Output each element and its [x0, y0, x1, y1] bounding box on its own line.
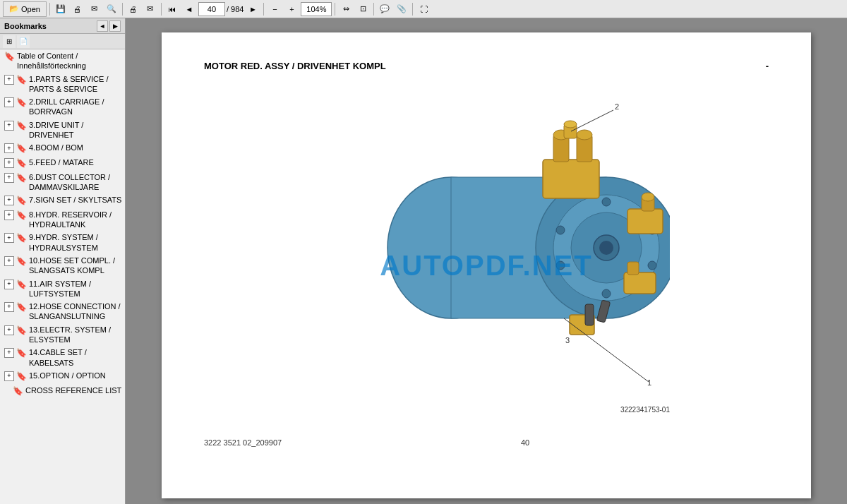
page-area[interactable]: MOTOR RED. ASSY / DRIVENHET KOMPL - AUTO…: [126, 18, 847, 504]
sidebar-title: Bookmarks: [4, 22, 47, 30]
save-button[interactable]: 💾: [53, 1, 68, 17]
email2-button[interactable]: ✉: [143, 1, 158, 17]
svg-point-9: [556, 261, 565, 270]
page-input[interactable]: [198, 2, 225, 16]
zoom-in-button[interactable]: +: [284, 1, 299, 17]
part-ref-label: 3222341753-01: [620, 406, 670, 414]
motor-svg: 1 2 3: [303, 92, 670, 389]
sidebar-options-button[interactable]: ▶: [109, 20, 121, 32]
bookmark-icon-drill: 🔖: [16, 97, 27, 109]
sidebar-label-hose-conn: 12.HOSE CONNECTION / SLANGANSLUTNING: [29, 301, 122, 322]
svg-line-28: [564, 318, 649, 382]
sidebar-item-hose-set[interactable]: + 🔖 10.HOSE SET COMPL. / SLANGSATS KOMPL: [0, 254, 125, 277]
sidebar-label-hydr-sys: 9.HYDR. SYSTEM / HYDRAULSYSTEM: [29, 232, 122, 253]
first-page-button[interactable]: ⏮: [164, 1, 180, 17]
expand-hose-conn[interactable]: +: [4, 302, 14, 312]
search-button[interactable]: 🔍: [104, 1, 119, 17]
expand-electr[interactable]: +: [4, 325, 14, 335]
sidebar-item-feed[interactable]: + 🔖 5.FEED / MATARE: [0, 156, 125, 171]
expand-option[interactable]: +: [4, 371, 14, 381]
sidebar-item-cable[interactable]: + 🔖 14.CABLE SET / KABELSATS: [0, 346, 125, 369]
sidebar-options2-button[interactable]: 📄: [17, 35, 30, 48]
sidebar-item-dust[interactable]: + 🔖 6.DUST COLLECTOR / DAMMAVSKILJARE: [0, 171, 125, 194]
svg-point-7: [556, 226, 565, 234]
sidebar-header-buttons: ◄ ▶: [97, 20, 121, 32]
sidebar-label-feed: 5.FEED / MATARE: [29, 157, 94, 167]
sidebar-item-drive[interactable]: + 🔖 3.DRIVE UNIT / DRIVENHET: [0, 119, 125, 142]
sidebar-expand-all-button[interactable]: ⊞: [3, 35, 16, 48]
zoom-out-button[interactable]: −: [267, 1, 282, 17]
bookmark-icon-cable: 🔖: [16, 348, 27, 359]
print-button[interactable]: 🖨: [70, 1, 85, 17]
svg-rect-13: [543, 160, 599, 198]
sidebar-item-hydr-res[interactable]: + 🔖 8.HYDR. RESERVOIR / HYDRAULTANK: [0, 208, 125, 232]
sidebar-item-hose-conn[interactable]: + 🔖 12.HOSE CONNECTION / SLANGANSLUTNING: [0, 300, 125, 323]
expand-feed[interactable]: +: [4, 158, 14, 168]
sidebar: Bookmarks ◄ ▶ ⊞ 📄 🔖 Table of Content / I…: [0, 18, 126, 504]
svg-point-22: [642, 193, 654, 201]
expand-hose-set[interactable]: +: [4, 256, 14, 266]
zoom-input[interactable]: [301, 2, 332, 16]
print2-button[interactable]: 🖨: [126, 1, 141, 17]
sidebar-item-air[interactable]: + 🔖 11.AIR SYSTEM / LUFTSYSTEM: [0, 277, 125, 301]
fullscreen-button[interactable]: ⛶: [416, 1, 431, 17]
svg-text:1: 1: [647, 378, 651, 387]
expand-sign[interactable]: +: [4, 196, 14, 205]
svg-point-6: [602, 289, 611, 298]
bookmark-icon-electr: 🔖: [16, 325, 27, 337]
page-title: MOTOR RED. ASSY / DRIVENHET KOMPL -: [204, 61, 769, 71]
expand-drill[interactable]: +: [4, 97, 14, 107]
sidebar-item-toc[interactable]: 🔖 Table of Content / Innehållsförtecknin…: [0, 49, 125, 73]
open-label: Open: [21, 5, 40, 13]
comment-button[interactable]: 💬: [377, 1, 392, 17]
sidebar-item-boom[interactable]: + 🔖 4.BOOM / BOM: [0, 141, 125, 156]
expand-drive[interactable]: +: [4, 121, 14, 131]
sidebar-item-crossref[interactable]: 🔖 CROSS REFERENCE LIST: [0, 384, 125, 399]
sidebar-label-option: 15.OPTION / OPTION: [29, 371, 106, 380]
sidebar-header: Bookmarks ◄ ▶: [0, 18, 125, 34]
fit-page-button[interactable]: ⊡: [355, 1, 371, 17]
expand-hydr-sys[interactable]: +: [4, 233, 14, 243]
svg-point-12: [599, 241, 613, 255]
expand-boom[interactable]: +: [4, 143, 14, 153]
bookmark-icon-option: 🔖: [16, 371, 27, 383]
sidebar-item-parts[interactable]: + 🔖 1.PARTS & SERVICE / PARTS & SERVICE: [0, 73, 125, 96]
expand-air[interactable]: +: [4, 280, 14, 289]
separator-1: [49, 3, 50, 16]
bookmark-icon-air: 🔖: [16, 280, 27, 291]
toolbar: 📂 Open 💾 🖨 ✉ 🔍 🖨 ✉ ⏮ ◄ / 984 ► − + ⇔ ⊡ 💬…: [0, 0, 847, 18]
footer-page-number: 40: [521, 438, 529, 447]
main-area: Bookmarks ◄ ▶ ⊞ 📄 🔖 Table of Content / I…: [0, 18, 847, 504]
sidebar-item-sign[interactable]: + 🔖 7.SIGN SET / SKYLTSATS: [0, 193, 125, 208]
bookmark-icon-toc: 🔖: [4, 52, 15, 63]
bookmark-icon-feed: 🔖: [16, 158, 27, 169]
bookmark-icon-sign: 🔖: [16, 196, 27, 207]
sidebar-label-drive: 3.DRIVE UNIT / DRIVENHET: [29, 120, 122, 140]
sidebar-item-hydr-sys[interactable]: + 🔖 9.HYDR. SYSTEM / HYDRAULSYSTEM: [0, 231, 125, 254]
expand-hydr-res[interactable]: +: [4, 210, 14, 220]
expand-parts[interactable]: +: [4, 75, 14, 85]
next-page-button[interactable]: ►: [245, 1, 260, 17]
sidebar-collapse-button[interactable]: ◄: [97, 20, 108, 32]
svg-line-30: [571, 110, 613, 131]
sidebar-content[interactable]: 🔖 Table of Content / Innehållsförtecknin…: [0, 49, 125, 504]
sidebar-label-hose-set: 10.HOSE SET COMPL. / SLANGSATS KOMPL: [29, 256, 122, 276]
svg-point-19: [564, 121, 577, 128]
sidebar-item-drill[interactable]: + 🔖 2.DRILL CARRIAGE / BORRVAGN: [0, 95, 125, 119]
svg-point-10: [648, 261, 656, 270]
open-button[interactable]: 📂 Open: [3, 1, 47, 17]
email-button[interactable]: ✉: [87, 1, 102, 17]
expand-cable[interactable]: +: [4, 348, 14, 358]
attach-button[interactable]: 📎: [394, 1, 409, 17]
fit-width-button[interactable]: ⇔: [338, 1, 354, 17]
sidebar-item-option[interactable]: + 🔖 15.OPTION / OPTION: [0, 369, 125, 384]
prev-page-button[interactable]: ◄: [181, 1, 197, 17]
footer-part-number: 3222 3521 02_209907: [204, 438, 282, 447]
separator-7: [412, 3, 413, 16]
bookmark-icon-parts: 🔖: [16, 75, 27, 86]
svg-text:2: 2: [615, 102, 619, 111]
sidebar-item-electr[interactable]: + 🔖 13.ELECTR. SYSTEM / ELSYSTEM: [0, 323, 125, 347]
sidebar-label-cable: 14.CABLE SET / KABELSATS: [29, 347, 122, 368]
svg-rect-23: [624, 272, 656, 294]
expand-dust[interactable]: +: [4, 173, 14, 183]
